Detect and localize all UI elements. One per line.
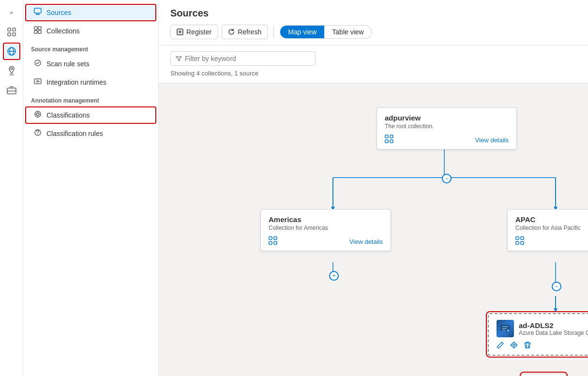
svg-rect-36 bbox=[390, 140, 393, 143]
delete-icon[interactable] bbox=[524, 341, 531, 351]
expand-rail-button[interactable]: » bbox=[3, 4, 20, 21]
svg-rect-15 bbox=[38, 30, 41, 33]
svg-rect-33 bbox=[385, 135, 388, 138]
icon-rail: » bbox=[0, 0, 23, 376]
source-card-title: ad-ADLS2 bbox=[519, 321, 588, 330]
sources-nav-label: Sources bbox=[46, 9, 71, 16]
register-button[interactable]: Register bbox=[170, 25, 218, 39]
americas-card-grid-icon bbox=[269, 236, 277, 247]
purview-icon[interactable] bbox=[3, 43, 20, 60]
americas-collection-card: Americas Collection for Americas View de… bbox=[260, 209, 391, 251]
map-canvas: adpurview The root collection. View deta… bbox=[159, 83, 588, 376]
svg-point-8 bbox=[10, 74, 14, 75]
svg-rect-13 bbox=[38, 27, 41, 30]
sidebar: Sources Collections Source management Sc… bbox=[23, 0, 159, 376]
apac-collection-card: APAC Collection for Asia Pacific View de… bbox=[507, 209, 588, 251]
sidebar-item-classifications[interactable]: Classifications bbox=[25, 106, 156, 124]
toolbar: Register Refresh Map view Table view bbox=[170, 25, 576, 45]
refresh-label: Refresh bbox=[238, 28, 261, 36]
svg-point-47 bbox=[512, 343, 516, 347]
americas-card-title: Americas bbox=[269, 215, 383, 224]
location-icon[interactable] bbox=[3, 62, 20, 79]
svg-rect-37 bbox=[269, 237, 272, 240]
apac-card-grid-icon bbox=[515, 236, 524, 247]
root-card-title: adpurview bbox=[385, 114, 509, 122]
filter-input-wrap[interactable] bbox=[170, 51, 316, 66]
showing-label: Showing 4 collections, 1 source bbox=[170, 70, 576, 77]
source-card-adls2: ad-ADLS2 Azure Data Lake Storage Gen2 bbox=[488, 313, 588, 356]
svg-rect-34 bbox=[390, 135, 393, 138]
refresh-button[interactable]: Refresh bbox=[222, 25, 268, 39]
apac-collapse-toggle[interactable]: − bbox=[552, 282, 561, 291]
new-scan-button[interactable]: New scan bbox=[522, 374, 566, 376]
sidebar-item-collections[interactable]: Collections bbox=[25, 22, 156, 40]
svg-rect-3 bbox=[13, 33, 15, 36]
root-card-footer: View details bbox=[385, 135, 509, 145]
map-view-label: Map view bbox=[288, 28, 317, 36]
svg-point-48 bbox=[513, 344, 515, 346]
americas-card-footer: View details bbox=[269, 236, 383, 247]
svg-rect-1 bbox=[13, 28, 15, 31]
collections-nav-label: Collections bbox=[46, 27, 79, 35]
classifications-label: Classifications bbox=[46, 111, 90, 119]
filter-input[interactable] bbox=[185, 55, 310, 62]
classification-rules-icon bbox=[33, 129, 43, 138]
svg-point-21 bbox=[37, 134, 38, 135]
root-view-details-link[interactable]: View details bbox=[475, 136, 509, 144]
americas-expand-toggle[interactable]: + bbox=[329, 271, 339, 281]
svg-rect-14 bbox=[34, 30, 37, 33]
collections-nav-icon bbox=[33, 26, 43, 36]
toolbar-divider bbox=[273, 26, 274, 38]
source-card-footer: View details bbox=[497, 341, 588, 351]
svg-rect-40 bbox=[274, 241, 277, 244]
svg-rect-12 bbox=[34, 27, 37, 30]
svg-rect-42 bbox=[521, 237, 524, 240]
source-management-label: Source management bbox=[23, 40, 158, 55]
scan-rule-sets-icon bbox=[33, 59, 43, 69]
americas-view-details-link[interactable]: View details bbox=[349, 238, 383, 245]
svg-point-7 bbox=[11, 68, 13, 70]
source-card-title-wrap: ad-ADLS2 Azure Data Lake Storage Gen2 bbox=[519, 321, 588, 336]
svg-point-19 bbox=[37, 113, 39, 116]
scan-rule-sets-label: Scan rule sets bbox=[46, 60, 90, 68]
svg-rect-44 bbox=[521, 241, 524, 244]
source-card-subtitle: Azure Data Lake Storage Gen2 bbox=[519, 330, 588, 336]
register-label: Register bbox=[186, 28, 211, 36]
table-view-label: Table view bbox=[332, 28, 363, 36]
svg-rect-38 bbox=[274, 237, 277, 240]
americas-card-subtitle: Collection for Americas bbox=[269, 225, 383, 231]
map-view-button[interactable]: Map view bbox=[280, 26, 324, 38]
edit-icon[interactable] bbox=[497, 341, 504, 351]
apac-card-title: APAC bbox=[515, 215, 588, 224]
svg-rect-39 bbox=[269, 241, 272, 244]
grid-icon[interactable] bbox=[3, 23, 20, 41]
register-icon bbox=[177, 29, 183, 35]
table-view-button[interactable]: Table view bbox=[324, 26, 371, 38]
filter-icon bbox=[176, 55, 182, 62]
source-card-header: ad-ADLS2 Azure Data Lake Storage Gen2 bbox=[497, 320, 588, 337]
sidebar-item-integration-runtimes[interactable]: Integration runtimes bbox=[25, 74, 156, 91]
svg-rect-11 bbox=[34, 8, 41, 13]
svg-rect-0 bbox=[8, 28, 11, 31]
filter-bar: Showing 4 collections, 1 source bbox=[159, 45, 588, 83]
integration-runtimes-icon bbox=[33, 77, 43, 87]
svg-rect-35 bbox=[385, 140, 388, 143]
apac-card-footer: View details bbox=[515, 236, 588, 247]
apac-card-subtitle: Collection for Asia Pacific bbox=[515, 225, 588, 231]
classification-rules-label: Classification rules bbox=[46, 130, 103, 137]
sidebar-item-scan-rule-sets[interactable]: Scan rule sets bbox=[25, 55, 156, 73]
briefcase-icon[interactable] bbox=[3, 81, 20, 99]
integration-runtimes-label: Integration runtimes bbox=[46, 78, 106, 86]
classifications-icon bbox=[33, 110, 43, 120]
root-collection-card: adpurview The root collection. View deta… bbox=[377, 107, 517, 150]
root-collapse-toggle[interactable]: − bbox=[442, 174, 452, 183]
root-card-grid-icon bbox=[385, 135, 393, 145]
sidebar-item-sources[interactable]: Sources bbox=[25, 4, 156, 21]
scan-icon[interactable] bbox=[510, 341, 518, 351]
annotation-management-label: Annotation management bbox=[23, 91, 158, 106]
svg-rect-2 bbox=[8, 33, 11, 36]
sidebar-item-classification-rules[interactable]: Classification rules bbox=[25, 125, 156, 142]
page-title: Sources bbox=[170, 8, 576, 19]
svg-rect-41 bbox=[516, 237, 519, 240]
main-header: Sources Register Refresh Map view bbox=[159, 0, 588, 45]
